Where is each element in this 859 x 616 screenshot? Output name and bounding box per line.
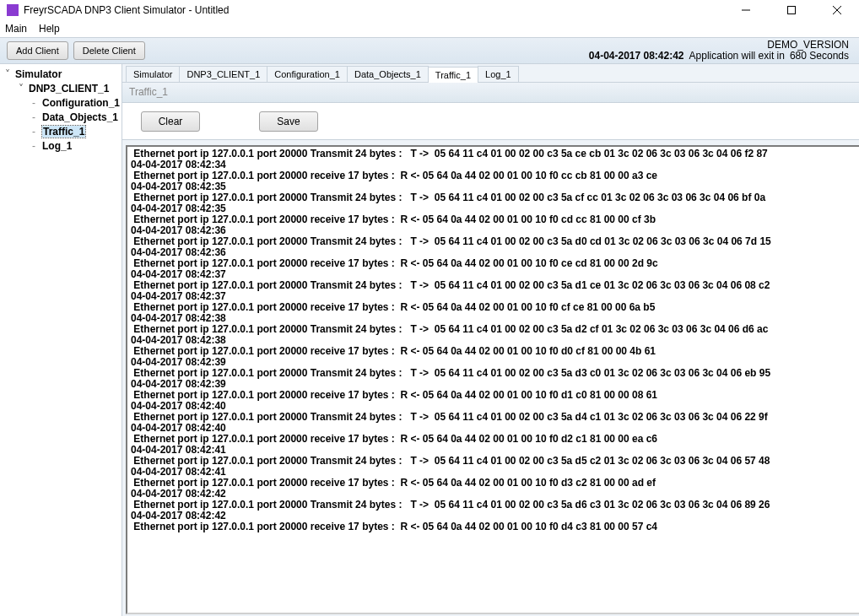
horizontal-scrollbar[interactable] <box>127 599 859 613</box>
tab-traffic[interactable]: Traffic_1 <box>428 67 478 83</box>
minimize-button[interactable] <box>731 0 761 20</box>
tab-configuration[interactable]: Configuration_1 <box>267 66 348 82</box>
tab-simulator[interactable]: Simulator <box>126 66 180 82</box>
traffic-line: Ethernet port ip 127.0.0.1 port 20000 Tr… <box>131 456 859 467</box>
menubar: Main Help <box>0 20 859 37</box>
traffic-line: Ethernet port ip 127.0.0.1 port 20000 re… <box>131 390 859 401</box>
tab-data-objects[interactable]: Data_Objects_1 <box>347 66 429 82</box>
tree-client[interactable]: DNP3_CLIENT_1 <box>29 83 109 95</box>
window-title: FreyrSCADA DNP3 Client Simulator - Untit… <box>24 4 229 16</box>
tab-client[interactable]: DNP3_CLIENT_1 <box>179 66 267 82</box>
traffic-line: Ethernet port ip 127.0.0.1 port 20000 re… <box>131 434 859 445</box>
traffic-line: Ethernet port ip 127.0.0.1 port 20000 Tr… <box>131 280 859 291</box>
panel-subheader: Traffic_1 <box>122 83 859 103</box>
traffic-line: Ethernet port ip 127.0.0.1 port 20000 re… <box>131 258 859 269</box>
toolbar: Add Client Delete Client DEMO_VERSION 04… <box>0 37 859 64</box>
menu-main[interactable]: Main <box>5 23 27 35</box>
tab-log[interactable]: Log_1 <box>478 66 519 82</box>
main-pane: Simulator DNP3_CLIENT_1 Configuration_1 … <box>122 64 859 616</box>
tree-leaf-icon: - <box>32 125 42 139</box>
exit-label: Application will exit in <box>689 51 785 62</box>
close-button[interactable] <box>822 0 852 20</box>
traffic-line: Ethernet port ip 127.0.0.1 port 20000 re… <box>131 478 859 489</box>
status-area: DEMO_VERSION 04-04-2017 08:42:42 Applica… <box>589 40 849 62</box>
tree-leaf-icon: - <box>32 111 42 125</box>
menu-help[interactable]: Help <box>39 23 60 35</box>
tree-view[interactable]: ˅Simulator ˅DNP3_CLIENT_1 -Configuration… <box>2 68 120 154</box>
traffic-line: Ethernet port ip 127.0.0.1 port 20000 Tr… <box>131 368 859 379</box>
traffic-container: Ethernet port ip 127.0.0.1 port 20000 Tr… <box>126 145 859 614</box>
status-datetime: 04-04-2017 08:42:42 <box>589 51 684 62</box>
tree-leaf-icon: - <box>32 139 42 154</box>
titlebar: FreyrSCADA DNP3 Client Simulator - Untit… <box>0 0 859 20</box>
traffic-line: Ethernet port ip 127.0.0.1 port 20000 re… <box>131 346 859 357</box>
tree-configuration[interactable]: Configuration_1 <box>42 97 120 109</box>
traffic-log[interactable]: Ethernet port ip 127.0.0.1 port 20000 Tr… <box>127 147 859 599</box>
clear-button[interactable]: Clear <box>141 111 200 132</box>
traffic-line: Ethernet port ip 127.0.0.1 port 20000 Tr… <box>131 149 859 159</box>
tree-log[interactable]: Log_1 <box>42 140 72 152</box>
traffic-line: Ethernet port ip 127.0.0.1 port 20000 re… <box>131 214 859 225</box>
delete-client-button[interactable]: Delete Client <box>73 41 145 60</box>
maximize-button[interactable] <box>776 0 807 20</box>
app-icon <box>7 4 19 16</box>
traffic-line: Ethernet port ip 127.0.0.1 port 20000 Tr… <box>131 500 859 511</box>
traffic-line: Ethernet port ip 127.0.0.1 port 20000 re… <box>131 302 859 313</box>
save-button[interactable]: Save <box>259 111 318 132</box>
add-client-button[interactable]: Add Client <box>7 41 68 60</box>
panel-buttons: Clear Save <box>122 103 859 140</box>
traffic-line: Ethernet port ip 127.0.0.1 port 20000 re… <box>131 521 859 532</box>
traffic-line: Ethernet port ip 127.0.0.1 port 20000 re… <box>131 170 859 181</box>
tabbar: Simulator DNP3_CLIENT_1 Configuration_1 … <box>122 64 859 83</box>
chevron-down-icon[interactable]: ˅ <box>5 68 15 82</box>
exit-seconds: 680 Seconds <box>790 51 849 62</box>
chevron-down-icon[interactable]: ˅ <box>19 82 29 96</box>
traffic-line: Ethernet port ip 127.0.0.1 port 20000 Tr… <box>131 412 859 423</box>
tree-simulator[interactable]: Simulator <box>15 68 62 80</box>
tree-leaf-icon: - <box>32 96 42 111</box>
svg-rect-1 <box>788 7 796 14</box>
traffic-line: Ethernet port ip 127.0.0.1 port 20000 Tr… <box>131 236 859 247</box>
traffic-line: Ethernet port ip 127.0.0.1 port 20000 Tr… <box>131 324 859 335</box>
tree-data-objects[interactable]: Data_Objects_1 <box>42 111 118 123</box>
tree-traffic[interactable]: Traffic_1 <box>42 126 85 138</box>
sidebar: ˅Simulator ˅DNP3_CLIENT_1 -Configuration… <box>0 64 122 616</box>
traffic-line: Ethernet port ip 127.0.0.1 port 20000 Tr… <box>131 192 859 203</box>
